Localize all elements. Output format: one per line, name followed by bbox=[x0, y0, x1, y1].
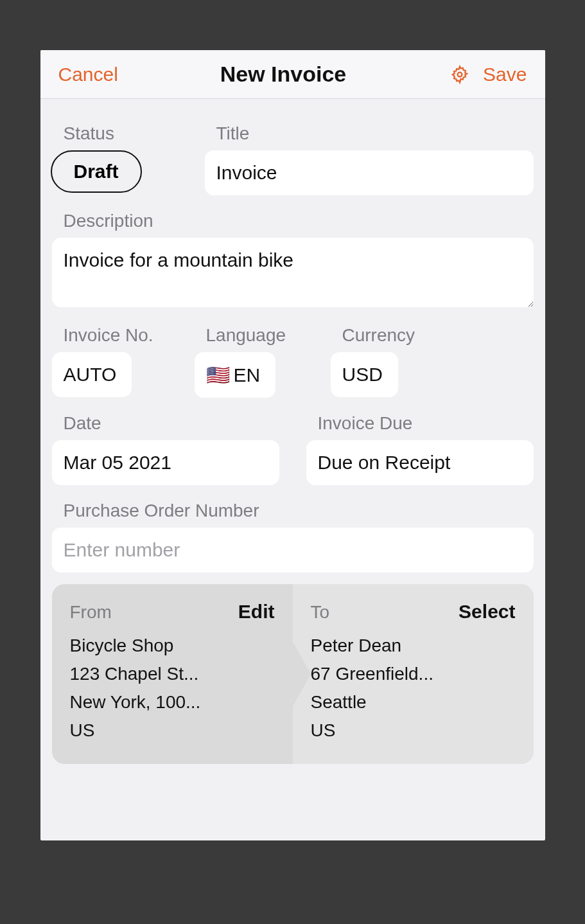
currency-label: Currency bbox=[331, 325, 459, 346]
from-name: Bicycle Shop bbox=[70, 632, 275, 660]
language-label: Language bbox=[195, 325, 317, 346]
from-label: From bbox=[70, 602, 112, 623]
to-label: To bbox=[311, 602, 330, 623]
from-city: New York, 100... bbox=[70, 688, 275, 716]
to-select-button[interactable]: Select bbox=[458, 601, 515, 623]
language-select[interactable]: 🇺🇸EN bbox=[195, 352, 276, 398]
flag-icon: 🇺🇸 bbox=[206, 364, 230, 386]
arrow-notch-icon bbox=[293, 642, 311, 706]
description-label: Description bbox=[52, 211, 534, 231]
to-name: Peter Dean bbox=[311, 632, 516, 660]
date-field[interactable]: Mar 05 2021 bbox=[52, 440, 279, 485]
currency-select[interactable]: USD bbox=[331, 352, 398, 397]
from-street: 123 Chapel St... bbox=[70, 660, 275, 688]
svg-point-0 bbox=[458, 72, 462, 76]
to-panel: To Select Peter Dean 67 Greenfield... Se… bbox=[293, 584, 534, 764]
status-pill[interactable]: Draft bbox=[51, 150, 142, 193]
from-panel: From Edit Bicycle Shop 123 Chapel St... … bbox=[52, 584, 293, 764]
title-label: Title bbox=[205, 123, 534, 144]
invoice-no-field[interactable]: AUTO bbox=[52, 352, 132, 397]
to-city: Seattle bbox=[311, 688, 516, 716]
from-country: US bbox=[70, 716, 275, 745]
description-input[interactable] bbox=[52, 238, 534, 307]
page-title: New Invoice bbox=[220, 62, 347, 87]
title-input[interactable] bbox=[205, 150, 534, 195]
due-label: Invoice Due bbox=[306, 413, 534, 434]
po-input[interactable] bbox=[52, 528, 534, 573]
to-country: US bbox=[311, 716, 516, 745]
parties-card: From Edit Bicycle Shop 123 Chapel St... … bbox=[52, 584, 534, 764]
status-label: Status bbox=[52, 123, 193, 144]
save-button[interactable]: Save bbox=[483, 64, 527, 85]
invoice-no-label: Invoice No. bbox=[52, 325, 180, 346]
due-field[interactable]: Due on Receipt bbox=[306, 440, 534, 485]
settings-gear-icon[interactable] bbox=[448, 63, 471, 86]
from-edit-button[interactable]: Edit bbox=[238, 601, 275, 623]
language-value: EN bbox=[234, 364, 261, 386]
date-label: Date bbox=[52, 413, 279, 434]
cancel-button[interactable]: Cancel bbox=[58, 64, 118, 85]
po-label: Purchase Order Number bbox=[52, 501, 534, 521]
navbar: Cancel New Invoice Save bbox=[40, 50, 545, 99]
to-street: 67 Greenfield... bbox=[311, 660, 516, 688]
